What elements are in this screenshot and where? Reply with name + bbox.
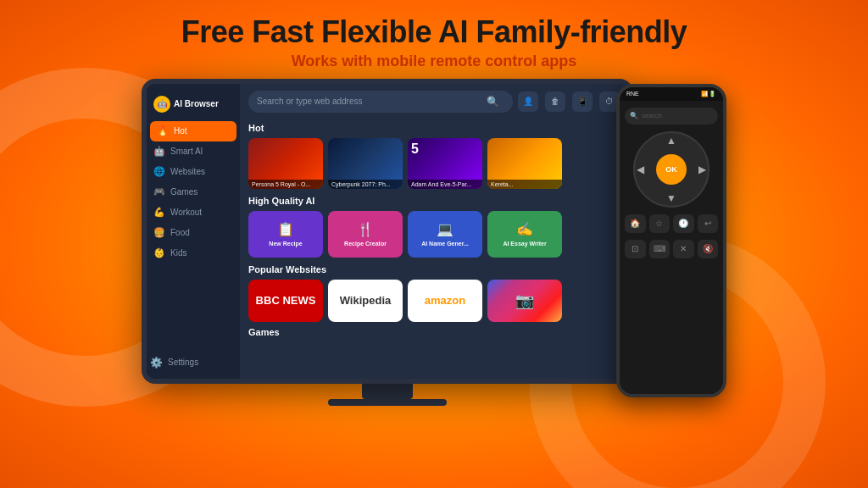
phone-btn-mute[interactable]: 🔇: [698, 240, 719, 258]
remote-search-bar[interactable]: 🔍 search: [625, 108, 718, 125]
game-label-cyberpunk: Cyberpunk 2077: Ph...: [328, 180, 403, 189]
game-card-persona[interactable]: Persona 5 Royal - O...: [248, 138, 323, 189]
phone-signal-icons: 📶🔋: [701, 91, 716, 97]
hot-section-title: Hot: [248, 123, 620, 133]
phone-btn-star[interactable]: ☆: [649, 214, 670, 233]
sidebar-label-hot: Hot: [174, 126, 187, 136]
tv-sidebar: 🤖 AI Browser 🔥 Hot 🤖 Smart AI 🌐: [147, 84, 240, 379]
tv-frame: 🤖 AI Browser 🔥 Hot 🤖 Smart AI 🌐: [142, 79, 633, 384]
ok-label: OK: [665, 165, 677, 174]
main-content: 🤖 AI Browser 🔥 Hot 🤖 Smart AI 🌐: [0, 70, 868, 409]
phone-btn-clock[interactable]: 🕐: [673, 214, 694, 233]
toolbar-icon-1[interactable]: 👤: [518, 92, 538, 112]
brand-icon: 🤖: [153, 96, 170, 113]
ai-card-new-recipe[interactable]: 📋 New Recipe: [248, 211, 323, 258]
smart-ai-icon: 🤖: [153, 146, 165, 158]
games-icon: 🎮: [153, 186, 165, 198]
websites-section-title: Popular Websites: [248, 264, 620, 274]
food-icon: 🍔: [153, 227, 165, 239]
tv-stand: [362, 384, 413, 399]
essay-writer-icon: ✍️: [516, 221, 533, 237]
sidebar-label-workout: Workout: [170, 208, 202, 217]
phone-status-bar: RNE 📶🔋: [620, 87, 723, 101]
game-card-adam-eve[interactable]: 5 Adam And Eve-5-Par...: [408, 138, 482, 189]
brand-area: 🤖 AI Browser: [147, 91, 240, 121]
hot-icon: 🔥: [157, 125, 169, 137]
game-label-5: 5: [411, 141, 419, 157]
dpad-left[interactable]: ◀: [637, 164, 644, 175]
phone-btn-close[interactable]: ✕: [673, 240, 694, 258]
content-area: Hot Persona 5 Royal - O... Cyberpunk 207…: [240, 119, 628, 379]
wikipedia-card[interactable]: Wikipedia: [328, 280, 403, 322]
search-icon: 🔍: [487, 96, 504, 108]
search-bar: Search or type web address 🔍 👤 🗑 📱 ⏱: [240, 84, 628, 119]
remote-search-icon: 🔍: [630, 112, 638, 119]
sidebar-item-games[interactable]: 🎮 Games: [147, 182, 240, 202]
sidebar-item-kids[interactable]: 👶 Kids: [147, 243, 240, 263]
search-placeholder: Search or type web address: [257, 97, 363, 106]
game-label-persona: Persona 5 Royal - O...: [248, 180, 323, 189]
settings-label: Settings: [168, 358, 198, 367]
name-gen-label: AI Name Gener...: [421, 241, 469, 247]
name-gen-icon: 💻: [437, 221, 453, 237]
toolbar-icons: 👤 🗑 📱 ⏱: [518, 92, 620, 112]
phone-btn-home[interactable]: 🏠: [625, 214, 646, 233]
sidebar-item-workout[interactable]: 💪 Workout: [147, 202, 240, 223]
sidebar-item-food[interactable]: 🍔 Food: [147, 223, 240, 243]
ai-card-name-gen[interactable]: 💻 AI Name Gener...: [408, 211, 482, 258]
dpad-ok-button[interactable]: OK: [656, 154, 687, 185]
instagram-label: 📷: [515, 291, 534, 310]
game-card-cyberpunk[interactable]: Cyberpunk 2077: Ph...: [328, 138, 403, 189]
phone-buttons-row2: ⊡ ⌨ ✕ 🔇: [625, 240, 718, 258]
phone-btn-screen[interactable]: ⊡: [625, 240, 646, 258]
dpad-right[interactable]: ▶: [698, 164, 706, 175]
instagram-card[interactable]: 📷: [487, 280, 562, 322]
ai-section-title: High Quality AI: [248, 196, 620, 206]
amazon-card[interactable]: amazon: [408, 280, 482, 322]
phone-btn-cursor[interactable]: ⌨: [649, 240, 670, 258]
workout-icon: 💪: [153, 207, 165, 219]
recipe-creator-icon: 🍴: [357, 221, 374, 237]
phone-btn-back[interactable]: ↩: [698, 214, 719, 233]
bbc-label: BBC NEWS: [256, 294, 316, 307]
ai-card-recipe-creator[interactable]: 🍴 Recipe Creator: [328, 211, 403, 258]
sidebar-label-food: Food: [170, 228, 190, 237]
sidebar-label-games: Games: [170, 187, 198, 197]
ai-card-essay-writer[interactable]: ✍️ AI Essay Writer: [487, 211, 562, 258]
toolbar-icon-2[interactable]: 🗑: [545, 92, 565, 112]
headline: Free Fast Flexible AI Family-friendly: [0, 15, 868, 49]
dpad-down[interactable]: ▼: [666, 192, 676, 204]
remote-area: 🔍 search ▲ ▼ ◀ ▶ OK: [620, 101, 723, 394]
game-card-kereta[interactable]: Kereta...: [487, 138, 562, 189]
tv-inner: 🤖 AI Browser 🔥 Hot 🤖 Smart AI 🌐: [147, 84, 628, 379]
hot-games-row: Persona 5 Royal - O... Cyberpunk 2077: P…: [248, 138, 620, 189]
remote-search-placeholder: search: [642, 112, 662, 119]
kids-icon: 👶: [153, 247, 165, 259]
websites-icon: 🌐: [153, 166, 165, 178]
settings-item[interactable]: ⚙️ Settings: [147, 353, 240, 372]
sidebar-label-websites: Websites: [170, 167, 205, 176]
header-area: Free Fast Flexible AI Family-friendly Wo…: [0, 0, 868, 70]
new-recipe-label: New Recipe: [269, 241, 302, 247]
recipe-creator-label: Recipe Creator: [344, 241, 387, 247]
sidebar-item-websites[interactable]: 🌐 Websites: [147, 162, 240, 182]
game-label-kereta: Kereta...: [487, 180, 562, 189]
sidebar-label-kids: Kids: [170, 248, 186, 258]
amazon-label: amazon: [425, 294, 465, 307]
bbc-card[interactable]: BBC NEWS: [248, 280, 323, 322]
search-input-field[interactable]: Search or type web address 🔍: [248, 91, 513, 113]
tv-wrapper: 🤖 AI Browser 🔥 Hot 🤖 Smart AI 🌐: [142, 79, 633, 409]
phone-inner: RNE 📶🔋 🔍 search ▲ ▼ ◀ ▶: [620, 87, 723, 394]
toolbar-icon-3[interactable]: 📱: [572, 92, 593, 112]
wikipedia-label: Wikipedia: [340, 294, 392, 307]
tv-base: [328, 399, 447, 406]
phone-buttons-row1: 🏠 ☆ 🕐 ↩: [625, 214, 718, 233]
game-label-adam-eve: Adam And Eve-5-Par...: [408, 180, 482, 189]
phone-wrapper: RNE 📶🔋 🔍 search ▲ ▼ ◀ ▶: [616, 84, 726, 397]
dpad-up[interactable]: ▲: [666, 135, 676, 147]
sidebar-item-smart-ai[interactable]: 🤖 Smart AI: [147, 141, 240, 162]
tv-main-panel: Search or type web address 🔍 👤 🗑 📱 ⏱: [240, 84, 628, 379]
sidebar-item-hot[interactable]: 🔥 Hot: [150, 121, 236, 141]
new-recipe-icon: 📋: [277, 221, 294, 237]
subheadline: Works with mobile remote control apps: [0, 53, 868, 70]
